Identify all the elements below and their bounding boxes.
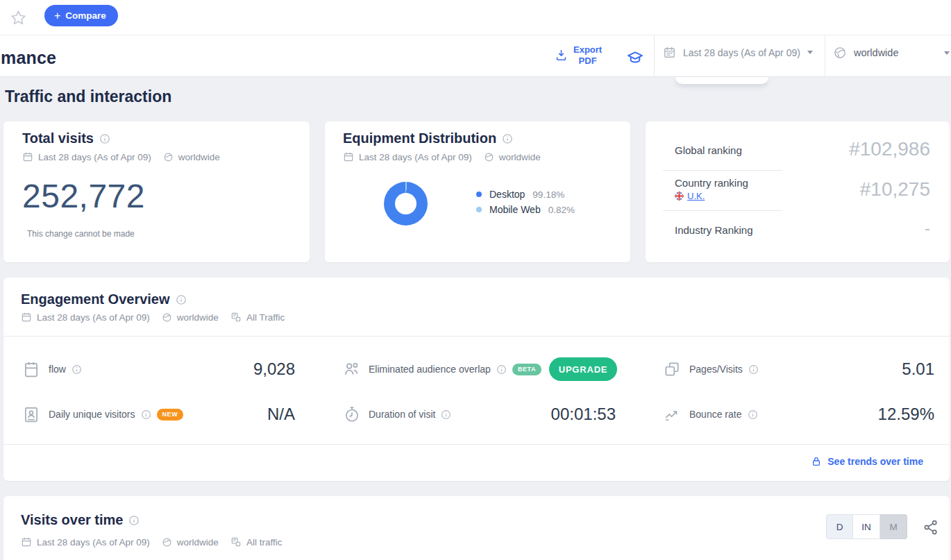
region-label: worldwide [854,47,937,58]
pages-per-visit-value: 5.01 [802,359,934,379]
divider [3,444,950,445]
see-trends-link[interactable]: See trends over time [811,456,923,467]
audience-overlap-label: Eliminated audience overlap BETA [369,360,541,378]
globe-icon [484,152,494,162]
date-range-label: Last 28 days (As of Apr 09) [683,47,800,58]
favorite-star-icon[interactable] [8,8,28,27]
global-ranking-label: Global ranking [675,144,742,156]
calendar-icon [21,536,32,548]
granularity-daily-button[interactable]: D [826,514,853,539]
uk-flag-icon [675,192,684,201]
total-visits-card: Total visits Last 28 days (As of Apr 09)… [3,121,310,262]
info-icon[interactable] [141,409,151,420]
compare-button-label: Compare [65,10,106,21]
mobile-web-dot-icon [476,207,482,212]
device-donut-chart [384,182,428,226]
audience-overlap-icon [343,360,361,378]
info-icon[interactable] [496,364,507,375]
engagement-subtitle: Last 28 days (As of Apr 09) worldwide Al… [21,312,285,323]
bounce-rate-label: Bounce rate [689,405,758,423]
info-icon[interactable] [71,364,82,375]
traffic-filter-icon [230,536,242,548]
bounce-rate-value: 12.59% [802,405,934,424]
export-pdf-button[interactable]: ExportPDF [555,44,602,66]
flow-icon [22,360,40,378]
export-pdf-label: ExportPDF [573,44,602,66]
calendar-icon [22,151,33,162]
calendar-icon [663,46,676,59]
region-picker[interactable]: worldwide [833,46,950,60]
legend-item-desktop: Desktop 99.18% [476,187,575,202]
granularity-toggle: D IN M [826,514,907,539]
open-popup-remnant [675,77,768,84]
device-distribution-card: Equipment Distribution Last 28 days (As … [325,121,630,262]
info-icon[interactable] [748,364,759,375]
total-visits-note: This change cannot be made [27,229,135,239]
compare-button[interactable]: + Compare [44,5,118,26]
country-link[interactable]: U.K. [675,191,705,201]
globe-icon [833,46,847,60]
info-icon[interactable] [748,409,758,420]
total-visits-subtitle: Last 28 days (As of Apr 09) worldwide [22,151,220,162]
upgrade-button[interactable]: UPGRADE [549,357,617,381]
info-icon[interactable] [99,133,110,144]
visits-over-time-subtitle: Last 28 days (As of Apr 09) worldwide Al… [21,536,282,548]
traffic-filter-icon [230,312,242,323]
device-distribution-title: Equipment Distribution [343,130,513,146]
globe-icon [162,312,172,323]
header-divider [825,35,825,77]
visit-duration-icon [343,405,361,423]
flow-value: 9,028 [170,359,295,379]
globe-icon [163,152,174,162]
calendar-icon [21,312,32,323]
legend-item-mobile-web: Mobile Web 0.82% [476,202,575,217]
granularity-interval-button[interactable]: IN [853,514,880,539]
beta-badge: BETA [512,364,541,375]
share-button[interactable] [921,518,941,537]
divider [663,170,782,171]
pages-per-visit-icon [663,360,681,378]
device-legend: Desktop 99.18% Mobile Web 0.82% [476,187,575,217]
info-icon[interactable] [128,515,140,526]
download-icon [555,49,568,62]
info-icon[interactable] [176,294,187,305]
date-range-picker[interactable]: Last 28 days (As of Apr 09) [663,46,813,59]
divider [663,210,782,211]
visit-duration-label: Duration of visit [369,405,451,423]
share-icon [923,519,939,536]
device-distribution-subtitle: Last 28 days (As of Apr 09) worldwide [343,151,541,162]
chevron-down-icon [807,51,813,54]
engagement-overview-card: Engagement Overview Last 28 days (As of … [3,278,950,481]
global-ranking-value: #102,986 [849,138,930,160]
plus-icon: + [54,10,60,22]
engagement-title: Engagement Overview [21,291,187,307]
info-icon[interactable] [441,409,451,420]
industry-ranking-value: - [925,219,930,238]
desktop-dot-icon [476,192,482,197]
unique-visitors-icon [22,405,40,423]
calendar-icon [343,151,354,162]
country-ranking-label: Country ranking [675,177,748,189]
unique-visitors-label: Daily unique visitors NEW [49,405,183,423]
section-title: Traffic and interaction [5,87,171,106]
flow-label: flow [49,360,82,378]
visits-over-time-card: Visits over time Last 28 days (As of Apr… [3,496,950,560]
visit-duration-value: 00:01:53 [482,405,616,424]
header-divider [654,35,655,77]
pages-per-visit-label: Pages/Visits [689,360,759,378]
divider [3,336,950,337]
total-visits-title: Total visits [22,130,110,146]
granularity-monthly-button[interactable]: M [880,514,907,539]
bounce-rate-icon [663,405,681,423]
page-header: mance ExportPDF Last 28 days (As of Apr … [0,35,951,77]
page-title: mance [1,48,56,68]
lock-icon [811,456,822,467]
academy-button[interactable] [625,48,645,67]
chevron-down-icon [944,51,950,55]
visits-over-time-title: Visits over time [21,512,140,528]
country-ranking-value: #10,275 [860,178,930,201]
industry-ranking-label: Industry Ranking [675,224,753,236]
ranking-card: Global ranking #102,986 Country ranking … [646,121,950,262]
graduation-cap-icon [626,49,644,67]
info-icon[interactable] [502,133,513,144]
